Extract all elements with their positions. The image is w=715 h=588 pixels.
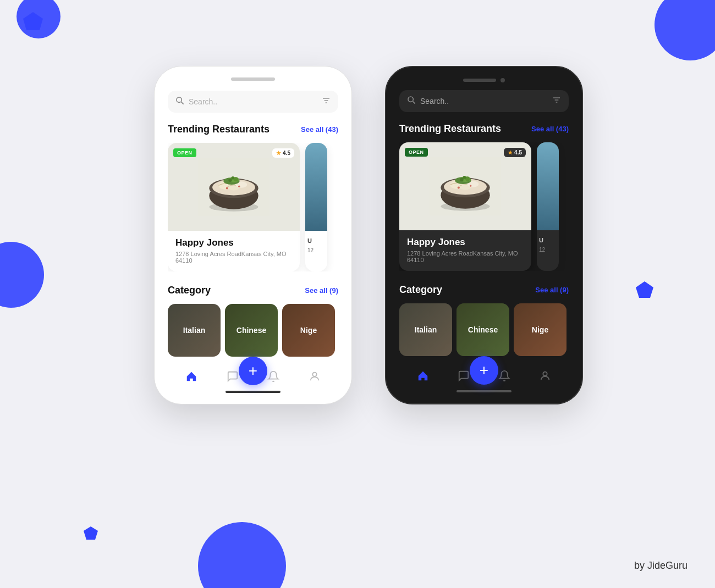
dark-card-rating-badge: ★ 4.5 bbox=[504, 148, 526, 157]
light-card-rating-value: 4.5 bbox=[283, 150, 290, 156]
dark-search-bar[interactable]: Search.. bbox=[399, 90, 569, 112]
light-trending-see-all[interactable]: See all (43) bbox=[301, 125, 338, 134]
light-cat-chinese[interactable]: Chinese bbox=[225, 304, 278, 357]
light-restaurant-card[interactable]: OPEN ★ 4.5 Happy Jones 1278 Loving Acres… bbox=[168, 143, 300, 271]
dark-cat-chinese[interactable]: Chinese bbox=[457, 303, 509, 356]
dark-category-header: Category See all (9) bbox=[399, 284, 569, 296]
dark-phone-speaker bbox=[463, 79, 496, 82]
svg-point-43 bbox=[463, 176, 466, 179]
svg-point-5 bbox=[177, 97, 182, 102]
deco-pentagon-bl bbox=[82, 525, 99, 544]
light-category-see-all[interactable]: See all (9) bbox=[305, 286, 338, 295]
svg-point-44 bbox=[458, 186, 460, 188]
dark-cat-chinese-label: Chinese bbox=[468, 325, 498, 334]
watermark-text: by JideGuru bbox=[634, 560, 688, 572]
light-cat-nige-overlay: Nige bbox=[282, 304, 335, 357]
dark-cat-nige-label: Nige bbox=[532, 325, 548, 334]
light-nav-bell-icon[interactable] bbox=[267, 370, 280, 383]
light-nav-home-icon[interactable] bbox=[185, 370, 198, 383]
svg-point-25 bbox=[312, 373, 316, 376]
dark-restaurant-card[interactable]: OPEN ★ 4.5 Happy Jones 1278 Loving Acres… bbox=[399, 142, 531, 271]
svg-point-21 bbox=[234, 177, 238, 181]
dark-card-rating-value: 4.5 bbox=[514, 149, 522, 156]
svg-point-26 bbox=[408, 97, 413, 102]
dark-phone: Search.. Trending Restaurants See all (4… bbox=[385, 66, 583, 404]
filter-icon[interactable] bbox=[322, 96, 331, 107]
dark-card-image: OPEN ★ 4.5 bbox=[399, 142, 531, 230]
dark-category-row: Italian Chinese Nige bbox=[399, 303, 569, 356]
light-cat-italian[interactable]: Italian bbox=[168, 304, 221, 357]
dark-nav-bell-icon[interactable] bbox=[498, 369, 511, 382]
dark-home-indicator bbox=[457, 390, 512, 392]
light-cat-italian-overlay: Italian bbox=[168, 304, 221, 357]
dark-partial-num: 12 bbox=[537, 246, 559, 254]
dark-category-title: Category bbox=[399, 284, 442, 296]
light-partial-image bbox=[305, 143, 327, 231]
dark-card-address: 1278 Loving Acres RoadKansas City, MO 64… bbox=[407, 250, 524, 263]
light-card-info: Happy Jones 1278 Loving Acres RoadKansas… bbox=[168, 231, 300, 271]
phones-container: Search.. Trending Restaurants See all (4… bbox=[55, 66, 682, 404]
search-icon bbox=[175, 96, 184, 107]
light-cat-chinese-overlay: Chinese bbox=[225, 304, 278, 357]
svg-point-22 bbox=[232, 176, 235, 180]
dark-cat-nige[interactable]: Nige bbox=[514, 303, 566, 356]
dark-cat-nige-overlay: Nige bbox=[514, 303, 566, 356]
deco-circle-tr bbox=[654, 0, 715, 60]
dark-nav-chat-icon[interactable] bbox=[457, 369, 470, 382]
dark-trending-title: Trending Restaurants bbox=[399, 123, 501, 135]
light-phone-screen: Search.. Trending Restaurants See all (4… bbox=[160, 91, 346, 357]
light-restaurant-row: OPEN ★ 4.5 Happy Jones 1278 Loving Acres… bbox=[168, 143, 338, 271]
light-fab-button[interactable]: + bbox=[239, 357, 267, 385]
deco-circle-b bbox=[198, 522, 286, 588]
dark-cat-italian-label: Italian bbox=[415, 325, 437, 334]
dark-trending-see-all[interactable]: See all (43) bbox=[531, 125, 569, 133]
svg-marker-0 bbox=[23, 12, 43, 30]
light-cat-nige-label: Nige bbox=[300, 326, 317, 335]
light-search-bar[interactable]: Search.. bbox=[168, 91, 338, 113]
svg-line-6 bbox=[182, 102, 184, 104]
light-phone-notch bbox=[231, 77, 275, 81]
dark-partial-image bbox=[537, 142, 559, 230]
svg-point-24 bbox=[238, 186, 240, 187]
svg-point-20 bbox=[228, 179, 232, 182]
light-phone: Search.. Trending Restaurants See all (4… bbox=[154, 66, 352, 404]
light-category-header: Category See all (9) bbox=[168, 285, 338, 296]
deco-pentagon-tl bbox=[22, 11, 44, 35]
dark-nav-home-icon[interactable] bbox=[416, 369, 430, 382]
light-nav-person-icon[interactable] bbox=[308, 370, 321, 383]
light-card-partial: U 12 bbox=[305, 143, 327, 271]
light-nav-chat-icon[interactable] bbox=[226, 370, 239, 383]
light-trending-header: Trending Restaurants See all (43) bbox=[168, 124, 338, 135]
deco-circle-ml bbox=[0, 242, 44, 308]
dark-category-see-all[interactable]: See all (9) bbox=[535, 286, 569, 294]
svg-point-45 bbox=[470, 185, 471, 187]
light-cat-nige[interactable]: Nige bbox=[282, 304, 335, 357]
dark-trending-header: Trending Restaurants See all (43) bbox=[399, 123, 569, 135]
light-search-placeholder: Search.. bbox=[189, 97, 317, 106]
light-card-name: Happy Jones bbox=[175, 237, 292, 248]
dark-search-placeholder: Search.. bbox=[420, 97, 548, 106]
dark-restaurant-row: OPEN ★ 4.5 Happy Jones 1278 Loving Acres… bbox=[399, 142, 569, 271]
dark-phone-camera-dot bbox=[501, 78, 505, 82]
dark-bottom-nav: + bbox=[392, 362, 576, 387]
dark-card-partial: U 12 bbox=[537, 142, 559, 271]
svg-marker-4 bbox=[84, 526, 98, 540]
dark-cat-chinese-overlay: Chinese bbox=[457, 303, 509, 356]
dark-phone-screen: Search.. Trending Restaurants See all (4… bbox=[392, 90, 576, 356]
svg-point-41 bbox=[460, 178, 464, 182]
dark-nav-person-icon[interactable] bbox=[538, 369, 552, 382]
light-home-indicator bbox=[226, 391, 280, 393]
light-partial-text: U bbox=[305, 231, 327, 246]
dark-phone-camera-area bbox=[392, 78, 576, 82]
light-card-open-badge: OPEN bbox=[173, 148, 196, 157]
svg-line-27 bbox=[413, 102, 415, 104]
dark-card-open-badge: OPEN bbox=[405, 148, 428, 157]
light-partial-num: 12 bbox=[305, 246, 327, 254]
dark-cat-italian[interactable]: Italian bbox=[399, 303, 452, 356]
light-trending-title: Trending Restaurants bbox=[168, 124, 270, 135]
dark-fab-button[interactable]: + bbox=[470, 356, 498, 385]
dark-filter-icon[interactable] bbox=[552, 96, 561, 107]
dark-cat-italian-overlay: Italian bbox=[399, 303, 452, 356]
dark-card-info: Happy Jones 1278 Loving Acres RoadKansas… bbox=[399, 230, 531, 271]
dark-star-icon: ★ bbox=[508, 149, 513, 156]
